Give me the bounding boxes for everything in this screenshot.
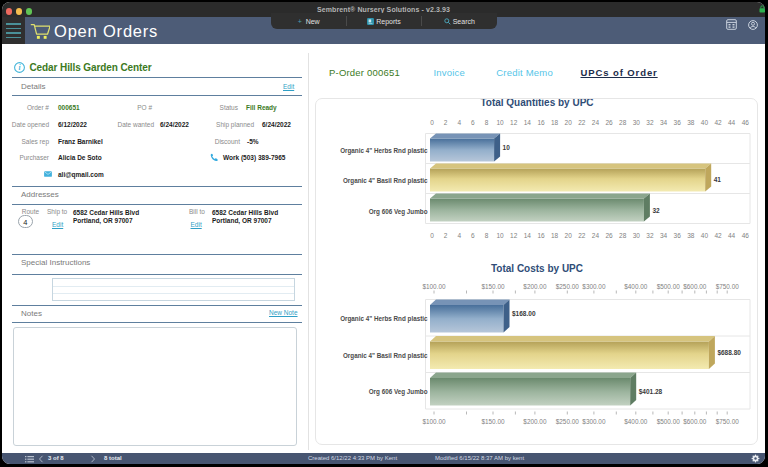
svg-text:i: i <box>18 63 21 72</box>
